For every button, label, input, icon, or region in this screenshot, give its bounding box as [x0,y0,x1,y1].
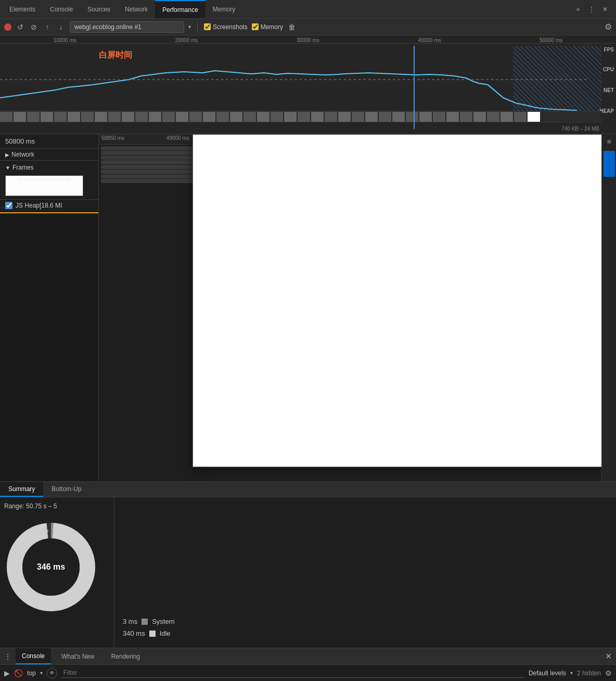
ruler-tick-3: 30000 ms [297,37,319,43]
console-input-bar: ▶ 🚫 top ▾ 👁 Default levels ▾ 2 hidden ⚙ [0,664,616,681]
summary-right: 3 ms System 340 ms Idle [114,497,616,648]
frames-label: Frames [12,164,34,171]
memory-checkbox[interactable] [252,23,259,30]
console-filter-input[interactable] [61,668,524,678]
timeline-overview: 10000 ms 20000 ms 30000 ms 40000 ms 5000… [0,35,616,134]
tab-elements[interactable]: Elements [2,0,43,18]
summary-left: Range: 50.75 s – 5 346 ms [0,497,114,648]
devtools-close-icon[interactable]: ✕ [600,5,610,14]
screenshots-label: Screenshots [213,23,248,31]
donut-chart: 346 ms [4,520,98,614]
detail-tick-1: 50850 ms [101,135,124,141]
bottom-tabs: Summary Bottom-Up [0,482,616,497]
console-tab-console[interactable]: Console [16,648,51,664]
console-bar: ⋮ Console What's New Rendering ✕ [0,648,616,664]
url-text: webgl.ecoblog.online #1 [74,23,142,31]
frame-thumbnail[interactable]: 通过互联网访问提供的网络内容及服务 [5,175,83,196]
idle-color-box [149,631,156,637]
idle-label: Idle [160,629,171,637]
network-label: Network [11,151,34,158]
performance-toolbar: ↺ ⊘ ↑ ↓ webgl.ecoblog.online #1 ▾ Screen… [0,19,616,35]
toolbar-separator-1 [197,22,198,32]
tab-bottom-up[interactable]: Bottom-Up [43,482,89,497]
hatch-area [513,46,601,119]
devtools-menu-icon[interactable]: ⋮ [587,5,596,14]
network-row[interactable]: ▶ Network [0,149,98,160]
summary-row-idle: 340 ms Idle [123,629,608,637]
ruler-tick-2: 20000 ms [175,37,198,43]
cpu-label: CPU [603,67,614,72]
tab-summary[interactable]: Summary [0,482,43,497]
right-sidebar: ≡ [601,134,616,481]
more-tabs-icon[interactable]: » [573,5,583,14]
system-value: 3 ms [123,618,137,625]
trash-button[interactable]: 🗑 [287,22,297,32]
frames-triangle: ▼ [5,165,10,171]
console-tab-rendering[interactable]: Rendering [105,648,146,664]
url-dropdown[interactable]: ▾ [188,24,191,30]
sidebar-hamburger-icon[interactable]: ≡ [604,136,614,147]
memory-label: Memory [261,23,283,31]
timeline-detail: 50850 ms 49000 ms 50950 ms 51000 ms 1050… [99,134,601,481]
js-heap-checkbox[interactable] [5,202,12,209]
tab-performance[interactable]: Performance [155,0,206,18]
upload-button[interactable]: ↑ [43,22,52,32]
frames-row[interactable]: ▼ Frames [0,162,98,173]
idle-value: 340 ms [123,629,145,637]
left-panel: 50800 ms ▶ Network ▼ Frames 通过互联网访问提供的网络… [0,134,99,481]
memory-checkbox-group: Memory [252,23,283,31]
screenshots-strip [0,111,601,122]
screenshots-checkbox-group: Screenshots [204,23,248,31]
console-execute-icon[interactable]: ▶ [4,669,10,677]
sidebar-blue-indicator [604,151,615,177]
system-label: System [152,618,174,625]
settings-button[interactable]: ⚙ [605,22,612,32]
summary-row-system: 3 ms System [123,618,608,625]
tab-bar-icons: » ⋮ ✕ [573,5,614,14]
time-indicator-line[interactable] [414,46,415,129]
ruler-tick-5: 50000 ms [540,37,562,43]
screenshot-popup [192,134,601,467]
timeline-ruler: 10000 ms 20000 ms 30000 ms 40000 ms 5000… [0,35,616,44]
console-settings-icon[interactable]: ⚙ [605,669,612,677]
system-color-box [142,619,148,625]
record-button[interactable] [4,23,11,31]
console-levels-dropdown[interactable]: ▾ [570,670,573,676]
tab-network[interactable]: Network [118,0,155,18]
console-close-button[interactable]: ✕ [605,651,612,661]
console-hidden-count: 2 hidden [577,670,601,677]
console-ban-icon[interactable]: 🚫 [14,669,23,677]
net-label: NET [604,87,614,93]
time-display: 50800 ms [0,134,98,149]
console-menu-icon[interactable]: ⋮ [4,652,11,661]
bottom-content: Range: 50.75 s – 5 346 ms [0,497,616,648]
heap-label: HEAP [599,108,614,114]
js-heap-row: JS Heap[18.6 MI [0,199,98,211]
detail-tick-2: 49000 ms [166,135,189,141]
console-context-dropdown[interactable]: ▾ [40,670,43,676]
main-area: 50800 ms ▶ Network ▼ Frames 通过互联网访问提供的网络… [0,134,616,481]
bottom-panel: Summary Bottom-Up Range: 50.75 s – 5 [0,481,616,648]
console-tab-whats-new[interactable]: What's New [55,648,101,664]
tab-sources[interactable]: Sources [80,0,118,18]
frames-section: ▼ Frames 通过互联网访问提供的网络内容及服务 [0,160,98,199]
screenshots-checkbox[interactable] [204,23,211,30]
fps-label: FPS [604,47,614,53]
ruler-tick-4: 40000 ms [418,37,441,43]
tab-bar: Elements Console Sources Network Perform… [0,0,616,19]
range-text: Range: 50.75 s – 5 [4,502,110,514]
network-triangle: ▶ [5,152,9,158]
tab-memory[interactable]: Memory [206,0,242,18]
clear-button[interactable]: ⊘ [29,22,38,32]
console-levels-label: Default levels [529,670,566,677]
fps-chart [0,46,601,119]
download-button[interactable]: ↓ [56,22,66,32]
tab-console[interactable]: Console [43,0,80,18]
console-eye-icon[interactable]: 👁 [47,668,57,678]
url-display: webgl.ecoblog.online #1 [70,21,184,33]
reload-button[interactable]: ↺ [16,22,25,32]
heap-range: 740 KB – 24 MB [561,126,599,132]
left-chart-area [0,214,98,481]
donut-center-text: 346 ms [37,562,65,572]
heap-marker-line [0,212,98,213]
